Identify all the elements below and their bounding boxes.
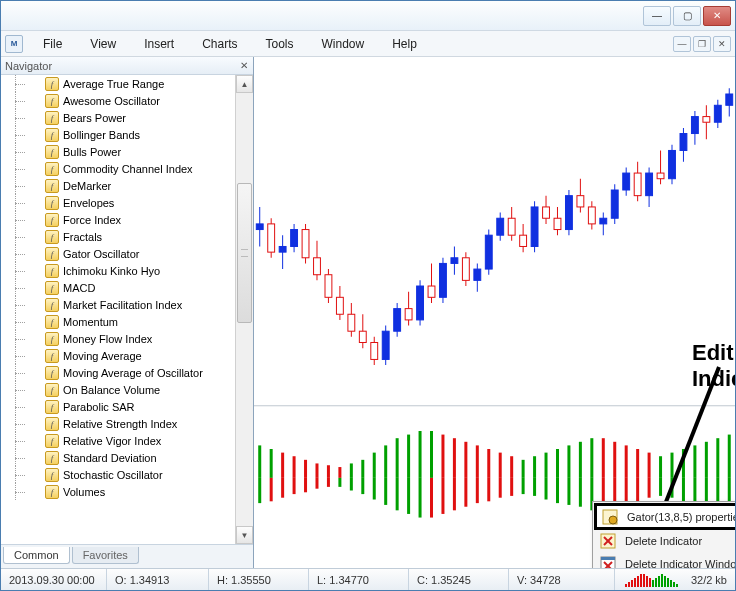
menu-tools[interactable]: Tools [252,33,308,55]
indicator-item[interactable]: fParabolic SAR [1,398,235,415]
indicator-item[interactable]: fVolumes [1,483,235,500]
indicator-item[interactable]: fMoving Average [1,347,235,364]
indicator-item[interactable]: fOn Balance Volume [1,381,235,398]
ctx-delete-indicator[interactable]: Delete Indicator [595,529,735,552]
svg-rect-39 [474,269,481,280]
indicator-icon: f [45,468,59,482]
mdi-controls: — ❐ ✕ [673,36,735,52]
indicator-icon: f [45,366,59,380]
indicator-item[interactable]: fStochastic Oscillator [1,466,235,483]
indicator-label: Commodity Channel Index [63,163,193,175]
indicator-item[interactable]: fMACD [1,279,235,296]
tab-common[interactable]: Common [3,547,70,564]
indicator-icon: f [45,162,59,176]
indicator-item[interactable]: fMarket Facilitation Index [1,296,235,313]
window-minimize-button[interactable]: — [643,6,671,26]
svg-rect-75 [680,134,687,151]
traffic-icon [623,573,685,587]
indicator-item[interactable]: fEnvelopes [1,194,235,211]
menu-file[interactable]: File [29,33,76,55]
indicator-icon: f [45,298,59,312]
indicator-item[interactable]: fCommodity Channel Index [1,160,235,177]
svg-rect-41 [485,235,492,269]
menu-charts[interactable]: Charts [188,33,251,55]
indicator-item[interactable]: fMoney Flow Index [1,330,235,347]
indicator-icon: f [45,434,59,448]
status-open: O: 1.34913 [107,569,209,590]
svg-rect-51 [543,207,550,218]
menu-insert[interactable]: Insert [130,33,188,55]
indicator-item[interactable]: fFractals [1,228,235,245]
indicator-label: Bears Power [63,112,126,124]
svg-rect-47 [520,235,527,246]
indicator-label: Ichimoku Kinko Hyo [63,265,160,277]
ctx-delete-window[interactable]: Delete Indicator Window [595,552,735,568]
svg-rect-7 [291,230,298,247]
scroll-thumb[interactable] [237,183,252,323]
indicator-item[interactable]: fIchimoku Kinko Hyo [1,262,235,279]
tab-favorites[interactable]: Favorites [72,547,139,564]
navigator-title-label: Navigator [5,60,52,72]
indicator-item[interactable]: fBulls Power [1,143,235,160]
status-close: C: 1.35245 [409,569,509,590]
svg-rect-69 [646,173,653,196]
status-date: 2013.09.30 00:00 [1,569,107,590]
svg-rect-65 [623,173,630,190]
indicator-icon: f [45,247,59,261]
indicator-item[interactable]: fRelative Strength Index [1,415,235,432]
indicator-item[interactable]: fBollinger Bands [1,126,235,143]
window-close-button[interactable]: ✕ [703,6,731,26]
scroll-down-button[interactable]: ▼ [236,526,253,544]
navigator-scrollbar[interactable]: ▲ ▼ [235,75,253,544]
indicator-label: Gator Oscillator [63,248,139,260]
svg-rect-11 [314,258,321,275]
statusbar: 2013.09.30 00:00 O: 1.34913 H: 1.35550 L… [1,568,735,590]
mdi-restore-button[interactable]: ❐ [693,36,711,52]
svg-rect-15 [336,297,343,314]
indicator-item[interactable]: fAwesome Oscillator [1,92,235,109]
indicator-label: Bulls Power [63,146,121,158]
window-maximize-button[interactable]: ▢ [673,6,701,26]
price-chart[interactable] [254,57,735,548]
indicator-label: Force Index [63,214,121,226]
mdi-close-button[interactable]: ✕ [713,36,731,52]
chart-area[interactable]: Edit Indicator Gator(13,8,5) properties.… [254,57,735,568]
svg-rect-55 [565,196,572,230]
ctx-properties[interactable]: Gator(13,8,5) properties... [594,503,735,530]
navigator-close-button[interactable]: ✕ [237,58,251,72]
titlebar: — ▢ ✕ [1,1,735,31]
svg-rect-61 [600,218,607,224]
menu-window[interactable]: Window [308,33,379,55]
svg-rect-35 [451,258,458,264]
svg-rect-59 [588,207,595,224]
menu-view[interactable]: View [76,33,130,55]
svg-rect-73 [669,150,676,178]
scroll-up-button[interactable]: ▲ [236,75,253,93]
indicator-item[interactable]: fRelative Vigor Index [1,432,235,449]
delete-indicator-icon [599,532,617,550]
menu-help[interactable]: Help [378,33,431,55]
ctx-delete-window-label: Delete Indicator Window [625,558,735,569]
indicator-item[interactable]: fGator Oscillator [1,245,235,262]
indicator-icon: f [45,94,59,108]
indicator-label: Fractals [63,231,102,243]
svg-rect-25 [394,309,401,332]
indicator-item[interactable]: fMoving Average of Oscillator [1,364,235,381]
svg-rect-17 [348,314,355,331]
indicator-icon: f [45,196,59,210]
mdi-minimize-button[interactable]: — [673,36,691,52]
svg-rect-71 [657,173,664,179]
svg-rect-176 [601,557,615,560]
indicator-label: Bollinger Bands [63,129,140,141]
indicator-label: Average True Range [63,78,164,90]
svg-rect-37 [462,258,469,281]
indicator-item[interactable]: fBears Power [1,109,235,126]
svg-rect-5 [279,246,286,252]
indicator-item[interactable]: fForce Index [1,211,235,228]
indicator-item[interactable]: fMomentum [1,313,235,330]
indicator-item[interactable]: fAverage True Range [1,75,235,92]
indicator-label: On Balance Volume [63,384,160,396]
indicator-label: Envelopes [63,197,114,209]
indicator-item[interactable]: fDeMarker [1,177,235,194]
indicator-item[interactable]: fStandard Deviation [1,449,235,466]
